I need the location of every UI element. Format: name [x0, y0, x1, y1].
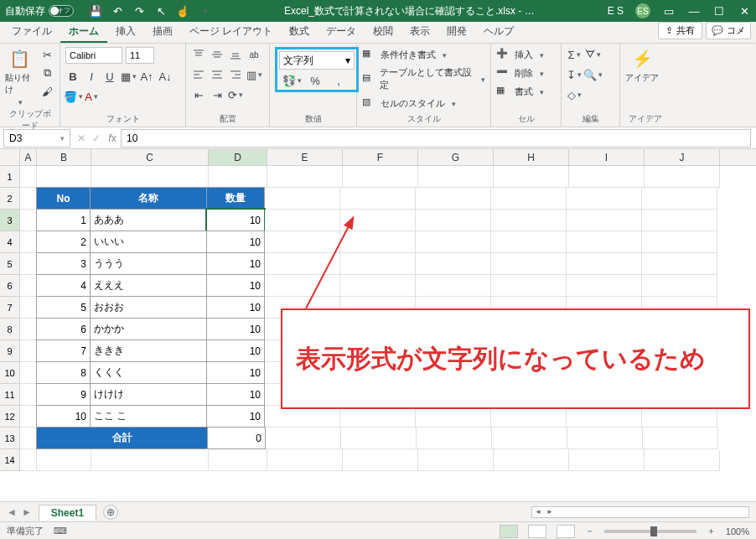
- zoom-in-button[interactable]: ＋: [707, 525, 716, 537]
- increase-indent-icon[interactable]: ⇥: [210, 87, 225, 102]
- undo-icon[interactable]: ↶: [111, 4, 124, 18]
- cell-no[interactable]: 4: [36, 274, 91, 297]
- row-header-8[interactable]: 8: [0, 319, 20, 340]
- cell[interactable]: [20, 406, 37, 428]
- close-icon[interactable]: ✕: [738, 4, 751, 18]
- autosum-button[interactable]: Σ: [567, 47, 582, 62]
- column-header-F[interactable]: F: [343, 149, 418, 165]
- cell-no[interactable]: 1: [36, 209, 91, 231]
- cell[interactable]: [20, 210, 37, 231]
- name-box[interactable]: D3▾: [3, 129, 70, 148]
- decrease-font-icon[interactable]: A↓: [158, 69, 173, 84]
- cell-F[interactable]: [340, 275, 416, 297]
- row-header-14[interactable]: 14: [0, 449, 20, 471]
- increase-font-icon[interactable]: A↑: [139, 69, 154, 84]
- conditional-formatting-button[interactable]: ▦条件付き書式: [362, 47, 485, 62]
- column-header-B[interactable]: B: [37, 149, 91, 165]
- cell[interactable]: [91, 166, 209, 188]
- tab-ファイル[interactable]: ファイル: [3, 21, 60, 43]
- cell-no[interactable]: 10: [36, 405, 91, 428]
- sort-filter-icon[interactable]: ᗊ: [585, 47, 600, 62]
- tab-データ[interactable]: データ: [318, 21, 365, 43]
- align-right-icon[interactable]: [228, 68, 243, 81]
- cell-name[interactable]: ここ こ: [90, 405, 207, 428]
- cell[interactable]: [20, 384, 37, 406]
- header-name[interactable]: 名称: [90, 187, 207, 210]
- toggle-switch-icon[interactable]: オフ: [49, 5, 74, 17]
- cell[interactable]: [91, 449, 209, 471]
- cell-name[interactable]: けけけ: [90, 383, 207, 406]
- cell-no[interactable]: 8: [36, 361, 91, 384]
- cell-G[interactable]: [416, 231, 491, 253]
- cell-E[interactable]: [267, 166, 343, 188]
- cell-G[interactable]: [417, 428, 492, 449]
- tab-ホーム[interactable]: ホーム: [60, 21, 107, 43]
- view-normal-button[interactable]: [500, 525, 518, 538]
- cell-H[interactable]: [491, 231, 567, 253]
- row-header-7[interactable]: 7: [0, 297, 20, 319]
- cell[interactable]: [20, 340, 37, 362]
- column-header-H[interactable]: H: [494, 149, 569, 165]
- tab-ページ レイアウト[interactable]: ページ レイアウト: [181, 21, 281, 43]
- fill-icon[interactable]: ↧: [567, 67, 582, 82]
- select-all-corner[interactable]: [0, 149, 20, 165]
- share-button[interactable]: ⇪ 共有: [658, 22, 702, 39]
- decrease-indent-icon[interactable]: ⇤: [191, 87, 206, 102]
- view-page-break-button[interactable]: [557, 525, 575, 538]
- cell-name[interactable]: かかか: [90, 318, 207, 340]
- align-top-icon[interactable]: [191, 48, 206, 61]
- cell-F[interactable]: [340, 253, 416, 275]
- tab-表示[interactable]: 表示: [401, 21, 438, 43]
- cell-qty[interactable]: 10: [206, 296, 265, 319]
- font-name-select[interactable]: [65, 47, 122, 64]
- delete-cells-button[interactable]: ➖削除: [496, 65, 544, 80]
- font-color-button[interactable]: A: [84, 89, 99, 104]
- cell-I[interactable]: [567, 275, 642, 297]
- row-header-3[interactable]: 3: [0, 210, 20, 231]
- cell-no[interactable]: 9: [36, 383, 91, 406]
- header-qty[interactable]: 数量: [206, 187, 265, 210]
- cell-name[interactable]: あああ: [90, 209, 207, 231]
- cell-I[interactable]: [567, 210, 642, 231]
- cell-I[interactable]: [569, 449, 645, 471]
- cell-J[interactable]: [645, 166, 720, 188]
- fill-color-button[interactable]: 🪣: [65, 89, 80, 104]
- row-header-1[interactable]: 1: [0, 166, 20, 188]
- cell-G[interactable]: [418, 166, 494, 188]
- cell-G[interactable]: [416, 210, 491, 231]
- zoom-level[interactable]: 100%: [726, 526, 749, 536]
- cell-name[interactable]: ききき: [90, 339, 207, 362]
- cell-qty[interactable]: 10: [206, 274, 265, 297]
- format-cells-button[interactable]: ▦書式: [496, 84, 544, 99]
- align-center-icon[interactable]: [210, 68, 225, 81]
- cell-J[interactable]: [642, 253, 717, 275]
- tab-開発[interactable]: 開発: [438, 21, 475, 43]
- cell-I[interactable]: [567, 231, 642, 253]
- formula-input[interactable]: 10: [121, 129, 751, 148]
- wrap-text-icon[interactable]: ab: [246, 47, 261, 62]
- cell[interactable]: [20, 449, 37, 471]
- tab-校閲[interactable]: 校閲: [365, 21, 401, 43]
- comma-format-icon[interactable]: ,: [331, 73, 346, 88]
- row-header-4[interactable]: 4: [0, 231, 20, 253]
- align-left-icon[interactable]: [191, 68, 206, 81]
- cell[interactable]: [37, 449, 91, 471]
- tab-挿入[interactable]: 挿入: [107, 21, 144, 43]
- cell-E[interactable]: [265, 275, 340, 297]
- row-header-2[interactable]: 2: [0, 188, 20, 210]
- cell[interactable]: [20, 188, 37, 210]
- cell-J[interactable]: [642, 275, 717, 297]
- sheet-tab-active[interactable]: Sheet1: [39, 505, 96, 521]
- ideas-button[interactable]: ⚡ アイデア: [625, 47, 659, 84]
- percent-format-icon[interactable]: %: [308, 73, 323, 88]
- cell-no[interactable]: 5: [36, 296, 91, 319]
- sheet-nav-first-icon[interactable]: ◄: [7, 506, 17, 518]
- cell-G[interactable]: [418, 449, 494, 471]
- font-size-select[interactable]: [126, 47, 154, 64]
- cell-qty[interactable]: 10: [206, 383, 265, 406]
- cell-no[interactable]: 3: [36, 252, 91, 275]
- cell-H[interactable]: [492, 428, 567, 449]
- insert-cells-button[interactable]: ➕挿入: [496, 47, 544, 62]
- cell-F[interactable]: [343, 449, 418, 471]
- horizontal-scrollbar[interactable]: [118, 506, 756, 518]
